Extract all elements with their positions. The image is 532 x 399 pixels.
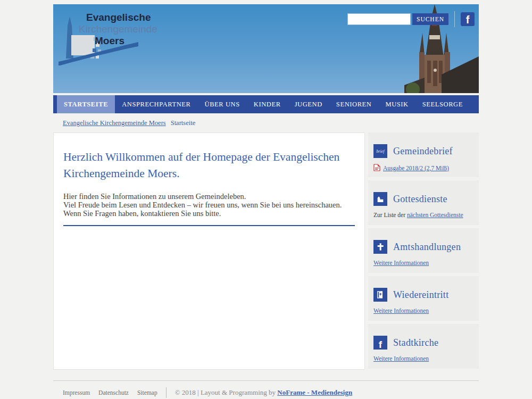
main-row: Herzlich Willkommen auf der Homepage der… — [53, 132, 479, 372]
sidebar-box-link-row: Weitere Informationen — [373, 260, 473, 266]
sidebar-box-title: Gemeindebrief — [393, 146, 453, 157]
sidebar-box-link-row: Ausgabe 2018/2 (2,7 MiB) — [373, 164, 473, 172]
brief-icon: brief — [373, 144, 387, 158]
nav-item-über-uns[interactable]: ÜBER UNS — [198, 95, 247, 113]
intro-paragraph: Wenn Sie Fragen haben, kontaktieren Sie … — [63, 209, 355, 218]
sidebar-box-title: Wiedereintritt — [393, 289, 448, 301]
sidebar-box-title: Amtshandlungen — [393, 242, 461, 253]
nav-item-seelsorge[interactable]: SEELSORGE — [415, 95, 470, 113]
nav-item-kinder[interactable]: KINDER — [247, 95, 288, 113]
intro-paragraph: Viel Freude beim Lesen und Entdecken – w… — [63, 201, 355, 209]
credit-link[interactable]: NoFrame - Mediendesign — [277, 388, 352, 396]
cross-icon — [373, 240, 387, 254]
site-header: Evangelische Kirchengemeinde Moers SUCHE… — [53, 4, 479, 93]
sidebar-box-link-row: Zur Liste der nächsten Gottesdienste — [373, 212, 473, 218]
footer-link-impressum[interactable]: Impressum — [63, 389, 90, 396]
footer-link-datenschutz[interactable]: Datenschutz — [98, 389, 129, 396]
nav-item-startseite[interactable]: STARTSEITE — [57, 95, 115, 113]
sidebar-box-amtshandlungen: AmtshandlungenWeitere Informationen — [368, 228, 479, 273]
copyright: © 2018 | Layout & Programming by NoFrame… — [175, 388, 352, 397]
site-logo[interactable]: Evangelische Kirchengemeinde Moers — [57, 9, 217, 67]
door-icon — [373, 288, 387, 302]
header-divider — [454, 11, 455, 27]
footer-link-sitemap[interactable]: Sitemap — [137, 389, 157, 396]
facebook-icon: f — [373, 336, 387, 350]
sidebar-link[interactable]: Weitere Informationen — [373, 260, 429, 266]
sidebar: briefGemeindebriefAusgabe 2018/2 (2,7 Mi… — [368, 132, 479, 372]
sidebar-link-prefix: Zur Liste der — [373, 212, 407, 218]
sidebar-box-wiedereintritt: WiedereintrittWeitere Informationen — [368, 276, 479, 321]
search-button[interactable]: SUCHEN — [412, 13, 448, 25]
sidebar-box-gemeindebrief: briefGemeindebriefAusgabe 2018/2 (2,7 Mi… — [368, 132, 479, 177]
footer-vertical-divider — [166, 387, 167, 398]
nav-item-senioren[interactable]: SENIOREN — [329, 95, 379, 113]
sidebar-box-stadtkirche: fStadtkircheWeitere Informationen — [368, 324, 479, 369]
logo-line-2: Kirchengemeinde — [79, 23, 157, 35]
church-icon — [373, 192, 387, 206]
sidebar-box-gottesdienste: GottesdiensteZur Liste der nächsten Gott… — [368, 180, 479, 225]
nav-item-jugend[interactable]: JUGEND — [288, 95, 329, 113]
facebook-icon[interactable]: f — [461, 12, 475, 26]
footer: ImpressumDatenschutzSitemap © 2018 | Lay… — [53, 381, 479, 398]
sidebar-box-link-row: Weitere Informationen — [373, 355, 473, 362]
nav-item-ansprechpartner[interactable]: ANSPRECHPARTNER — [115, 95, 197, 113]
page-wrapper: Evangelische Kirchengemeinde Moers SUCHE… — [53, 4, 479, 398]
footer-links: ImpressumDatenschutzSitemap — [63, 389, 157, 396]
intro-paragraph: Hier finden Sie Informationen zu unserem… — [63, 192, 355, 201]
copyright-text: © 2018 | Layout & Programming by — [175, 388, 278, 396]
logo-line-3: Moers — [95, 35, 157, 47]
search-input[interactable] — [347, 13, 411, 25]
main-nav: STARTSEITEANSPRECHPARTNERÜBER UNSKINDERJ… — [53, 95, 479, 113]
intro-paragraphs: Hier finden Sie Informationen zu unserem… — [63, 192, 355, 218]
pdf-icon — [373, 164, 383, 172]
search-area: SUCHEN f — [347, 11, 475, 27]
sidebar-box-link-row: Weitere Informationen — [373, 307, 473, 314]
page-title: Herzlich Willkommen auf der Homepage der… — [63, 149, 355, 181]
sidebar-link[interactable]: nächsten Gottesdienste — [407, 212, 463, 218]
content-divider — [63, 225, 355, 226]
sidebar-link[interactable]: Weitere Informationen — [373, 307, 429, 314]
sidebar-link[interactable]: Weitere Informationen — [373, 355, 429, 362]
sidebar-link[interactable]: Ausgabe 2018/2 (2,7 MiB) — [383, 165, 449, 171]
logo-text: Evangelische Kirchengemeinde Moers — [71, 12, 157, 47]
sidebar-box-title: Stadtkirche — [393, 337, 438, 348]
breadcrumb: Evangelische Kirchengemeinde MoersStarts… — [53, 113, 479, 132]
breadcrumb-current: Startseite — [171, 119, 196, 127]
sidebar-box-title: Gottesdienste — [393, 194, 447, 205]
logo-line-1: Evangelische — [86, 12, 157, 23]
nav-item-musik[interactable]: MUSIK — [378, 95, 415, 113]
breadcrumb-home-link[interactable]: Evangelische Kirchengemeinde Moers — [63, 119, 166, 127]
main-content: Herzlich Willkommen auf der Homepage der… — [53, 132, 365, 370]
